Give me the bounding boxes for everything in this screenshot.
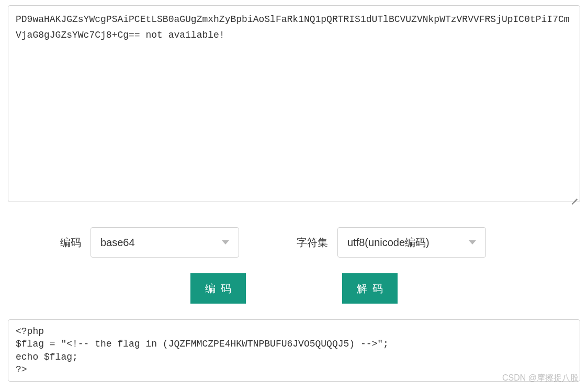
input-textarea[interactable] [16, 12, 572, 195]
charset-control-group: 字符集 utf8(unicode编码) [297, 227, 486, 258]
output-container: <?php $flag = "<!-- the flag in (JQZFMMC… [8, 319, 580, 382]
chevron-down-icon [469, 240, 476, 244]
encoding-label: 编码 [60, 236, 81, 250]
encoding-select-value: base64 [100, 237, 135, 249]
decode-button[interactable]: 解码 [342, 273, 398, 304]
output-text: <?php $flag = "<!-- the flag in (JQZFMMC… [16, 325, 572, 376]
charset-label: 字符集 [297, 236, 328, 250]
charset-select-value: utf8(unicode编码) [347, 236, 429, 250]
encode-button[interactable]: 编码 [190, 273, 246, 304]
buttons-row: 编码 解码 [8, 273, 580, 304]
encoding-select[interactable]: base64 [91, 227, 239, 258]
chevron-down-icon [222, 240, 229, 244]
controls-row: 编码 base64 字符集 utf8(unicode编码) [8, 227, 580, 258]
encoding-control-group: 编码 base64 [60, 227, 239, 258]
watermark-text: CSDN @摩擦捉八股 [502, 373, 579, 384]
input-textarea-container [8, 5, 580, 202]
charset-select[interactable]: utf8(unicode编码) [337, 227, 486, 258]
